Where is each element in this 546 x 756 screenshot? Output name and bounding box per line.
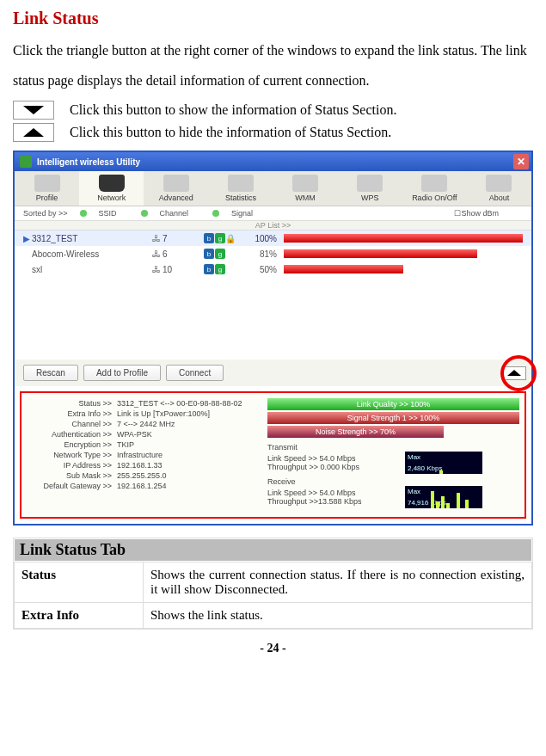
- rx-throughput: Throughput >>13.588 Kbps: [267, 497, 405, 506]
- sort-signal[interactable]: Signal: [212, 209, 265, 218]
- status-right: Link Quality >> 100% Signal Strength 1 >…: [267, 398, 519, 512]
- expand-icon-button[interactable]: [13, 101, 54, 120]
- page-number: - 24 -: [13, 642, 533, 655]
- status-row: Network Type >>Infrastructure: [27, 450, 267, 460]
- button-row: Rescan Add to Profile Connect: [15, 360, 531, 386]
- toolbar: Profile Network Advanced Statistics WMM …: [15, 171, 531, 206]
- ap-row[interactable]: Abocom-Wireless🖧6bg81%: [15, 246, 531, 261]
- ap-row[interactable]: ▶3312_TEST🖧7bg🔒100%: [15, 230, 531, 246]
- ap-list: ▶3312_TEST🖧7bg🔒100%Abocom-Wireless🖧6bg81…: [15, 230, 531, 360]
- toolbar-about[interactable]: About: [467, 171, 531, 206]
- toolbar-advanced[interactable]: Advanced: [144, 171, 208, 206]
- sort-by-label: Sorted by >>: [23, 209, 68, 218]
- link-status-table: Link Status Tab StatusShows the current …: [13, 538, 533, 630]
- rx-link-speed: Link Speed >> 54.0 Mbps: [267, 489, 405, 497]
- status-row: Extra Info >>Link is Up [TxPower:100%]: [27, 409, 267, 419]
- collapse-icon-button[interactable]: [13, 123, 54, 142]
- btn-up-desc: Click this button to hide the informatio…: [70, 125, 391, 140]
- toolbar-statistics[interactable]: Statistics: [208, 171, 273, 206]
- collapse-handle[interactable]: [502, 366, 526, 380]
- triangle-up-icon: [23, 128, 44, 137]
- window-titlebar: Intelligent wireless Utility ✕: [15, 152, 531, 171]
- status-row: Authentication >>WPA-PSK: [27, 429, 267, 439]
- sort-row: Sorted by >> SSID Channel Signal ☐ Show …: [15, 206, 531, 221]
- close-button[interactable]: ✕: [513, 154, 529, 169]
- show-dbm-checkbox[interactable]: ☐ Show dBm: [454, 209, 511, 218]
- window-title: Intelligent wireless Utility: [37, 157, 140, 167]
- status-panel: Status >>3312_TEST <--> 00-E0-98-88-88-0…: [20, 391, 526, 519]
- receive-label: Receive: [267, 477, 519, 486]
- tx-sparkline: Max 2,480 Kbps: [405, 452, 482, 474]
- rescan-button[interactable]: Rescan: [23, 365, 78, 381]
- rx-sparkline: Max 74,916 Kbps: [405, 486, 482, 508]
- status-row: Encryption >>TKIP: [27, 439, 267, 450]
- status-row: Default Gateway >>192.168.1.254: [27, 481, 267, 491]
- toolbar-radio[interactable]: Radio On/Off: [402, 171, 467, 206]
- add-to-profile-button[interactable]: Add to Profile: [83, 365, 161, 381]
- table-row: Extra InfoShows the link status.: [15, 603, 532, 629]
- link-quality-bar: Link Quality >> 100%: [267, 398, 519, 410]
- toolbar-wps[interactable]: WPS: [338, 171, 402, 206]
- triangle-down-icon: [23, 106, 44, 114]
- toolbar-wmm[interactable]: WMM: [273, 171, 338, 206]
- btn-down-desc: Click this button to show the informatio…: [70, 102, 396, 118]
- table-row: StatusShows the current connection statu…: [15, 562, 532, 603]
- table-header: Link Status Tab: [14, 538, 532, 562]
- triangle-up-icon: [507, 370, 521, 376]
- app-icon: [20, 156, 32, 168]
- status-row: IP Address >>192.168.1.33: [27, 460, 267, 470]
- toolbar-network[interactable]: Network: [79, 171, 144, 206]
- noise-strength-bar: Noise Strength >> 70%: [267, 426, 444, 438]
- status-row: Sub Mask >>255.255.255.0: [27, 470, 267, 481]
- app-screenshot: Intelligent wireless Utility ✕ Profile N…: [13, 151, 533, 526]
- ap-row[interactable]: sxl🖧10bg50%: [15, 261, 531, 277]
- sort-ssid[interactable]: SSID: [80, 209, 129, 218]
- section-title: Link Status: [13, 9, 533, 28]
- transmit-label: Transmit: [267, 443, 519, 452]
- intro-text: Click the triangle button at the right c…: [13, 35, 533, 95]
- connect-button[interactable]: Connect: [166, 365, 224, 381]
- toolbar-profile[interactable]: Profile: [15, 171, 79, 206]
- status-left: Status >>3312_TEST <--> 00-E0-98-88-88-0…: [27, 398, 267, 512]
- tx-throughput: Throughput >> 0.000 Kbps: [267, 463, 405, 471]
- status-row: Channel >>7 <--> 2442 MHz: [27, 419, 267, 429]
- ap-list-header: AP List >>: [15, 221, 531, 230]
- sort-channel[interactable]: Channel: [141, 209, 201, 218]
- tx-link-speed: Link Speed >> 54.0 Mbps: [267, 454, 405, 463]
- signal-strength-bar: Signal Strength 1 >> 100%: [267, 412, 519, 424]
- status-row: Status >>3312_TEST <--> 00-E0-98-88-88-0…: [27, 398, 267, 409]
